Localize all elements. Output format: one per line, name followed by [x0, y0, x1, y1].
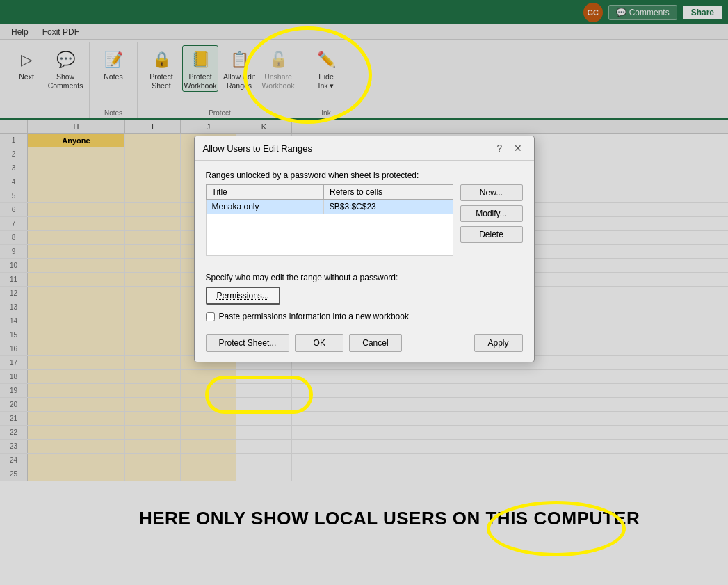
ok-button[interactable]: OK [295, 334, 343, 352]
paste-permissions-label: Paste permissions information into a new… [219, 312, 409, 321]
table-row-empty [206, 214, 453, 256]
ranges-table-wrap: Title Refers to cells Menaka only $B$3:$… [206, 184, 453, 264]
ranges-table: Title Refers to cells Menaka only $B$3:$… [206, 184, 453, 256]
delete-button[interactable]: Delete [460, 226, 523, 243]
modal-body: Ranges unlocked by a password when sheet… [195, 161, 534, 362]
new-button[interactable]: New... [460, 184, 523, 201]
modal-overlay: Allow Users to Edit Ranges ? ✕ Ranges un… [0, 0, 728, 585]
modal-controls: ? ✕ [492, 141, 526, 156]
ranges-label: Ranges unlocked by a password when sheet… [206, 170, 523, 180]
modal-side-buttons: New... Modify... Delete [460, 184, 523, 243]
col-title-header: Title [206, 185, 324, 200]
protect-sheet-footer-button[interactable]: Protect Sheet... [206, 334, 290, 352]
modal-footer: Protect Sheet... OK Cancel Apply [206, 331, 523, 352]
modal-help-button[interactable]: ? [492, 141, 508, 156]
permissions-section: Specify who may edit the range without a… [206, 273, 523, 305]
modal-titlebar: Allow Users to Edit Ranges ? ✕ [195, 136, 534, 161]
checkbox-row: Paste permissions information into a new… [206, 312, 523, 321]
ranges-row: Title Refers to cells Menaka only $B$3:$… [206, 184, 523, 264]
col-refers-header: Refers to cells [324, 185, 453, 200]
modify-button[interactable]: Modify... [460, 205, 523, 222]
modal-close-button[interactable]: ✕ [510, 141, 526, 156]
permissions-label: Specify who may edit the range without a… [206, 273, 523, 282]
modal-title: Allow Users to Edit Ranges [203, 143, 313, 154]
range-title-cell: Menaka only [206, 200, 324, 214]
cancel-button[interactable]: Cancel [349, 334, 401, 352]
permissions-button[interactable]: Permissions... [206, 287, 280, 305]
range-refers-cell: $B$3:$C$23 [324, 200, 453, 214]
table-row[interactable]: Menaka only $B$3:$C$23 [206, 200, 453, 214]
allow-edit-ranges-dialog: Allow Users to Edit Ranges ? ✕ Ranges un… [194, 136, 535, 362]
apply-button[interactable]: Apply [474, 334, 523, 352]
paste-permissions-checkbox[interactable] [206, 312, 215, 321]
